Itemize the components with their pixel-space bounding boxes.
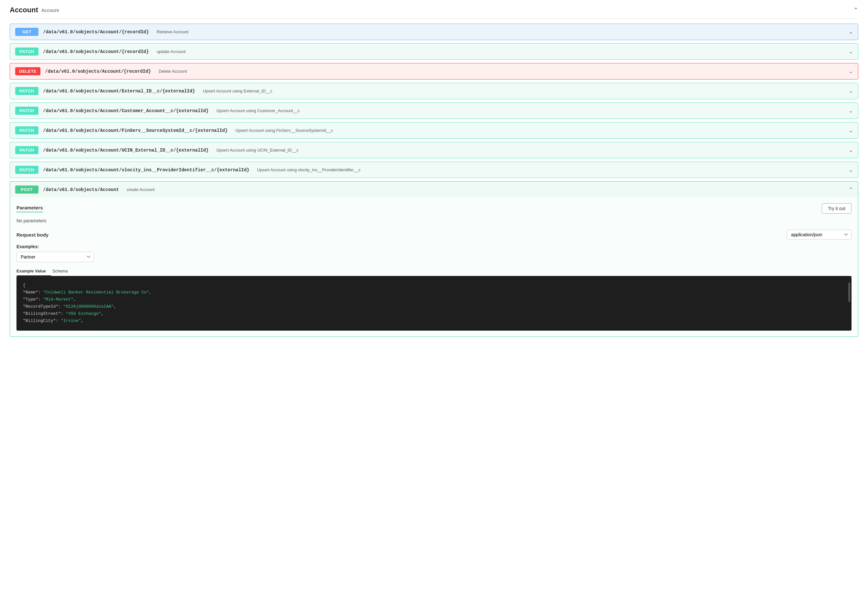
endpoint-path-patch-4: /data/v61.0/sobjects/Account/FinServ__So… <box>43 128 228 133</box>
endpoint-left-patch-3: PATCH /data/v61.0/sobjects/Account/Custo… <box>15 107 300 115</box>
chevron-patch-5: ⌄ <box>849 147 853 153</box>
endpoint-desc-patch-4: Upsert Account using FinServ__SourceSyst… <box>235 128 333 133</box>
tab-schema[interactable]: Schema <box>52 267 73 276</box>
chevron-get: ⌄ <box>849 29 853 35</box>
endpoint-desc-patch-1: update Account <box>157 49 186 54</box>
endpoint-row-patch-2[interactable]: PATCH /data/v61.0/sobjects/Account/Exter… <box>10 83 858 99</box>
endpoint-row-patch-3[interactable]: PATCH /data/v61.0/sobjects/Account/Custo… <box>10 102 858 119</box>
endpoint-desc-post: create Account <box>127 187 154 192</box>
chevron-patch-1: ⌄ <box>849 49 853 55</box>
section-title-main: Account <box>10 6 38 14</box>
endpoint-row-patch-1[interactable]: PATCH /data/v61.0/sobjects/Account/{reco… <box>10 43 858 60</box>
endpoint-left-delete: DELETE /data/v61.0/sobjects/Account/{rec… <box>15 67 187 75</box>
page-container: Account Account ⌃ GET /data/v61.0/sobjec… <box>0 0 868 350</box>
method-badge-patch-3: PATCH <box>15 107 38 115</box>
endpoint-row-patch-5[interactable]: PATCH /data/v61.0/sobjects/Account/UCIN_… <box>10 142 858 159</box>
endpoint-left-patch-4: PATCH /data/v61.0/sobjects/Account/FinSe… <box>15 126 333 134</box>
endpoint-path-patch-3: /data/v61.0/sobjects/Account/Customer_Ac… <box>43 108 209 113</box>
method-badge-patch-5: PATCH <box>15 146 38 154</box>
endpoint-desc-patch-5: Upsert Account using UCIN_External_ID__c <box>216 148 298 152</box>
try-it-out-button[interactable]: Try it out <box>822 203 852 214</box>
endpoint-row-delete[interactable]: DELETE /data/v61.0/sobjects/Account/{rec… <box>10 63 858 80</box>
no-params-text: No parameters <box>16 218 852 223</box>
method-badge-patch-4: PATCH <box>15 126 38 134</box>
endpoint-desc-patch-6: Upsert Account using vlocity_ins__Provid… <box>257 167 361 172</box>
chevron-patch-3: ⌄ <box>849 108 853 114</box>
params-header: Parameters Try it out <box>16 203 852 214</box>
endpoint-left-patch-5: PATCH /data/v61.0/sobjects/Account/UCIN_… <box>15 146 298 154</box>
endpoint-row-post[interactable]: POST /data/v61.0/sobjects/Account create… <box>10 181 858 198</box>
chevron-patch-4: ⌄ <box>849 127 853 134</box>
endpoint-path-get: /data/v61.0/sobjects/Account/{recordId} <box>43 30 149 35</box>
method-badge-delete: DELETE <box>15 67 41 75</box>
endpoint-list: GET /data/v61.0/sobjects/Account/{record… <box>10 24 858 340</box>
post-expanded-body: Parameters Try it out No parameters Requ… <box>10 198 858 337</box>
params-label: Parameters <box>16 205 43 212</box>
code-block: { "Name": "Coldwell Banker Residential B… <box>16 276 852 331</box>
endpoint-desc-patch-2: Upsert Account using External_ID__c <box>202 88 272 93</box>
endpoint-path-patch-5: /data/v61.0/sobjects/Account/UCIN_Extern… <box>43 148 209 153</box>
content-type-wrap: application/json <box>787 230 852 239</box>
examples-select-wrap: Partner <box>16 252 852 262</box>
request-body-label: Request body <box>16 232 49 237</box>
title-group: Account Account <box>10 6 59 14</box>
content-type-select[interactable]: application/json <box>787 230 852 239</box>
code-line-brace: { <box>23 282 845 289</box>
tab-example-value[interactable]: Example Value <box>16 267 51 276</box>
section-header: Account Account ⌃ <box>10 0 858 19</box>
scrollbar[interactable] <box>848 283 850 302</box>
endpoint-row-get[interactable]: GET /data/v61.0/sobjects/Account/{record… <box>10 24 858 40</box>
request-body-row: Request body application/json <box>16 230 852 239</box>
code-line-5: "BillingCity": "Irvine", <box>23 317 845 324</box>
endpoint-path-patch-6: /data/v61.0/sobjects/Account/vlocity_ins… <box>43 167 250 173</box>
section-title-sub: Account <box>41 8 59 13</box>
method-badge-patch-6: PATCH <box>15 166 38 174</box>
method-badge-patch-2: PATCH <box>15 87 38 95</box>
endpoint-path-delete: /data/v61.0/sobjects/Account/{recordId} <box>45 69 151 74</box>
endpoint-left: GET /data/v61.0/sobjects/Account/{record… <box>15 28 188 36</box>
method-badge-post: POST <box>15 185 38 193</box>
endpoint-path-patch-1: /data/v61.0/sobjects/Account/{recordId} <box>43 49 149 54</box>
endpoint-path-post: /data/v61.0/sobjects/Account <box>43 187 119 192</box>
endpoint-desc-delete: Delete Account <box>159 69 187 74</box>
code-line-1: "Name": "Coldwell Banker Residential Bro… <box>23 289 845 296</box>
endpoint-desc-get: Retrieve Account <box>157 30 188 34</box>
examples-select[interactable]: Partner <box>16 252 94 262</box>
endpoint-desc-patch-3: Upsert Account using Customer_Account__c <box>216 108 300 113</box>
chevron-post: ⌃ <box>849 187 853 193</box>
code-line-2: "Type": "Mid-Market", <box>23 296 845 303</box>
examples-label: Examples: <box>16 244 852 249</box>
endpoint-left-patch-6: PATCH /data/v61.0/sobjects/Account/vloci… <box>15 166 361 174</box>
example-tabs: Example Value Schema <box>16 267 852 276</box>
chevron-patch-2: ⌄ <box>849 88 853 94</box>
chevron-patch-6: ⌄ <box>849 167 853 173</box>
endpoint-left-post: POST /data/v61.0/sobjects/Account create… <box>15 185 154 193</box>
method-badge-get: GET <box>15 28 38 36</box>
code-line-3: "RecordTypeId": "012Kj0000006dzaIAA", <box>23 303 845 310</box>
endpoint-left-patch-2: PATCH /data/v61.0/sobjects/Account/Exter… <box>15 87 272 95</box>
chevron-delete: ⌄ <box>849 68 853 74</box>
endpoint-left-patch-1: PATCH /data/v61.0/sobjects/Account/{reco… <box>15 47 185 56</box>
collapse-icon[interactable]: ⌃ <box>854 6 858 14</box>
endpoint-path-patch-2: /data/v61.0/sobjects/Account/External_ID… <box>43 88 195 94</box>
endpoint-row-patch-4[interactable]: PATCH /data/v61.0/sobjects/Account/FinSe… <box>10 122 858 139</box>
endpoint-row-patch-6[interactable]: PATCH /data/v61.0/sobjects/Account/vloci… <box>10 162 858 178</box>
code-line-4: "BillingStreet": "450 Exchange", <box>23 310 845 317</box>
method-badge-patch-1: PATCH <box>15 47 38 56</box>
